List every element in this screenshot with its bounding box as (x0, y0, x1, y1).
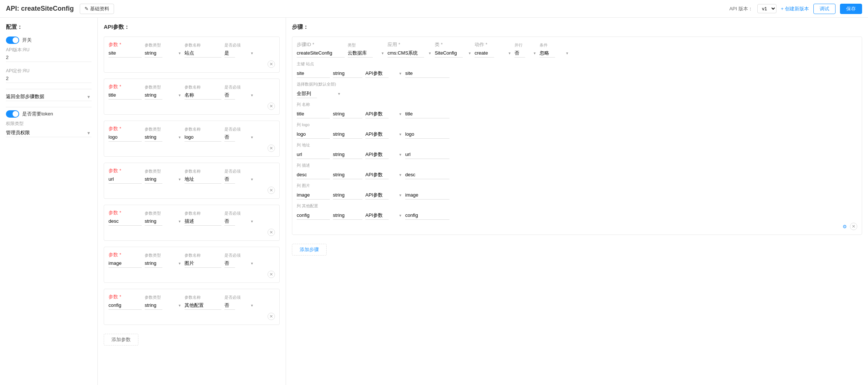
col-name-input[interactable] (297, 170, 330, 179)
col-name-input[interactable] (297, 110, 330, 118)
col-value-input[interactable] (405, 110, 450, 118)
step-delete-button[interactable]: ✕ (850, 223, 857, 230)
test-button[interactable]: 调试 (813, 4, 836, 14)
api-params-title: API参数： (104, 24, 280, 31)
step-condition-select[interactable]: 忽略 (540, 49, 555, 58)
param-required-group: 是否必须 否 (224, 253, 254, 268)
param-delete-button[interactable]: ✕ (268, 313, 275, 320)
param-delete-button[interactable]: ✕ (268, 229, 275, 236)
step-type-select[interactable]: 云数据库 (348, 49, 373, 58)
toggle-switch[interactable] (6, 37, 19, 44)
col-source-select[interactable]: API参数 (365, 170, 389, 179)
add-step-button[interactable]: 添加步骤 (292, 244, 327, 256)
main-key-type-input[interactable] (333, 69, 362, 78)
param-required-select[interactable]: 是 (224, 49, 235, 58)
select-rows-select[interactable]: 全部列 (297, 89, 317, 98)
param-input[interactable] (108, 217, 142, 226)
param-required-select[interactable]: 否 (224, 91, 235, 100)
step-edit-icon[interactable]: ⚙ (843, 224, 847, 229)
param-name-input[interactable] (185, 175, 221, 184)
param-required-select[interactable]: 否 (224, 259, 235, 268)
param-required-select[interactable]: 否 (224, 133, 235, 142)
param-input[interactable] (108, 133, 142, 142)
col-name-input[interactable] (297, 211, 330, 220)
add-param-button[interactable]: 添加参数 (104, 334, 138, 346)
col-type-input[interactable] (333, 130, 362, 139)
param-delete-button[interactable]: ✕ (268, 187, 275, 194)
col-type-group (333, 191, 362, 200)
param-delete-button[interactable]: ✕ (268, 145, 275, 152)
param-name-input[interactable] (185, 301, 221, 310)
step-concurrent-select[interactable]: 否 (514, 49, 525, 58)
param-delete-button[interactable]: ✕ (268, 271, 275, 278)
return-all-select[interactable]: 返回全部步骤数据 (6, 92, 92, 101)
step-action-select[interactable]: create (475, 49, 494, 58)
param-name-input[interactable] (185, 49, 221, 58)
param-block: 参数 * 参数类型 string 参数名称 是否必须 是 (104, 37, 280, 73)
step-condition-label: 条件 (540, 42, 569, 48)
param-name-input[interactable] (185, 133, 221, 142)
col-name-input[interactable] (297, 130, 330, 139)
col-value-input[interactable] (405, 191, 450, 200)
return-all-config: 返回全部步骤数据 (6, 92, 92, 101)
step-app-select-wrapper: cms:CMS系统 (388, 49, 432, 58)
main-key-name-input[interactable] (297, 69, 330, 78)
param-input[interactable] (108, 49, 142, 58)
col-source-select[interactable]: API参数 (365, 110, 389, 118)
param-required-select[interactable]: 否 (224, 175, 235, 184)
param-label: 参数 * (108, 41, 142, 48)
col-value-input[interactable] (405, 150, 450, 159)
main-key-value-input[interactable] (405, 69, 450, 78)
param-input[interactable] (108, 175, 142, 184)
param-name-label: 参数名称 (185, 295, 221, 300)
param-required-select[interactable]: 否 (224, 217, 235, 226)
col-value-input[interactable] (405, 130, 450, 139)
version-select[interactable]: v1 (757, 4, 776, 13)
col-type-input[interactable] (333, 191, 362, 200)
param-type-select[interactable]: string (145, 301, 162, 310)
col-type-input[interactable] (333, 150, 362, 159)
col-value-input[interactable] (405, 170, 450, 179)
col-type-input[interactable] (333, 170, 362, 179)
step-action-group: 动作 * create (475, 41, 512, 58)
col-type-input[interactable] (333, 211, 362, 220)
param-type-select[interactable]: string (145, 91, 162, 100)
param-input[interactable] (108, 301, 142, 310)
param-required-select[interactable]: 否 (224, 301, 235, 310)
col-source-select[interactable]: API参数 (365, 211, 389, 220)
basic-info-button[interactable]: ✎ 基础资料 (80, 4, 114, 14)
col-source-select[interactable]: API参数 (365, 191, 389, 200)
param-name-input[interactable] (185, 91, 221, 100)
step-app-select[interactable]: cms:CMS系统 (388, 49, 424, 58)
col-row: API参数 (297, 150, 857, 159)
param-name-input[interactable] (185, 259, 221, 268)
param-delete-row: ✕ (108, 103, 275, 110)
col-type-input[interactable] (333, 110, 362, 118)
main-key-source-select[interactable]: API参数 (365, 69, 389, 78)
permission-select[interactable]: 管理员权限 (6, 128, 92, 137)
col-value-input[interactable] (405, 211, 450, 220)
param-name-input[interactable] (185, 217, 221, 226)
token-toggle[interactable] (6, 110, 19, 118)
step-model-select[interactable]: SiteConfig (435, 49, 463, 58)
param-delete-row: ✕ (108, 313, 275, 320)
param-input[interactable] (108, 91, 142, 100)
col-label: 列 地址 (297, 142, 857, 148)
param-delete-button[interactable]: ✕ (268, 60, 275, 68)
save-button[interactable]: 保存 (840, 4, 862, 14)
col-source-select[interactable]: API参数 (365, 130, 389, 139)
col-name-input[interactable] (297, 191, 330, 200)
col-source-select[interactable]: API参数 (365, 150, 389, 159)
param-type-select[interactable]: string (145, 217, 162, 226)
col-name-input[interactable] (297, 150, 330, 159)
param-type-select[interactable]: string (145, 49, 162, 58)
left-panel: 配置： 开关 API版本:RU 2 API定价:RU 2 返回全部步骤数据 (0, 18, 98, 385)
param-type-select[interactable]: string (145, 259, 162, 268)
create-version-link[interactable]: + 创建新版本 (781, 6, 809, 12)
param-type-select[interactable]: string (145, 133, 162, 142)
step-id-input[interactable] (297, 49, 345, 58)
param-delete-button[interactable]: ✕ (268, 103, 275, 110)
param-input[interactable] (108, 259, 142, 268)
param-type-select[interactable]: string (145, 175, 162, 184)
param-required-select-wrapper: 否 (224, 91, 254, 100)
